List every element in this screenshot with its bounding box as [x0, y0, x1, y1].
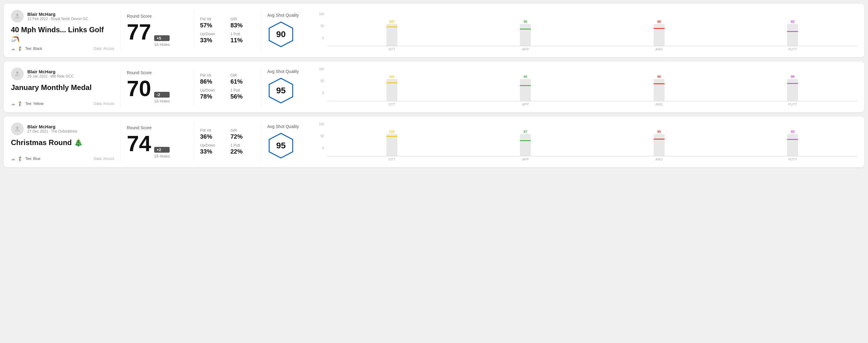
stat-updown: Up/Down 33% — [200, 143, 224, 155]
bar-line — [654, 28, 664, 29]
chart-labels: OTT APP ARG PUTT — [319, 102, 857, 106]
chart-axis-label: APP — [461, 157, 590, 161]
stat-oneputt: 1 Putt 56% — [230, 88, 255, 100]
svg-point-4 — [16, 126, 19, 129]
bar-fill — [386, 83, 397, 101]
round-card: Blair McHarg 27 Dec 2021 · The Oxfordshi… — [4, 117, 864, 167]
bar-value-arg: 98 — [657, 20, 661, 23]
bar-line — [654, 139, 664, 139]
stat-oneputt: 1 Putt 22% — [230, 143, 255, 155]
bar-fill — [654, 83, 664, 101]
bar-group-arg: 98 — [595, 20, 723, 46]
bar-group-app: 95 — [461, 20, 590, 46]
bottom-row: ☁ 🏌 Tee: Blue Data: Arccos — [11, 156, 114, 161]
bar-bg — [386, 79, 397, 101]
chart-axis-label: OTT — [328, 157, 456, 161]
bar-chart: 100 50 0 110 87 — [319, 123, 857, 161]
quality-label: Avg Shot Quality — [267, 13, 299, 18]
chart-section: 100 50 0 101 86 — [316, 67, 857, 106]
bar-value-putt: 82 — [791, 20, 795, 23]
y-axis: 100 50 0 — [319, 12, 325, 40]
bars-area: 100 50 0 110 87 — [319, 123, 857, 156]
divider-1 — [120, 10, 121, 51]
chart-axis-label: APP — [461, 48, 590, 51]
hexagon: 95 — [267, 77, 294, 104]
score-section: Round Score 74 +2 18 Holes — [127, 123, 188, 161]
user-meta: 29 Jan 2022 · Mill Ride GCC — [27, 74, 73, 79]
bar-value-arg: 96 — [657, 75, 661, 79]
stat-oneputt-label: 1 Putt — [230, 88, 255, 92]
tee-label: Tee: Yellow — [25, 101, 43, 106]
y-label-50: 50 — [321, 134, 324, 138]
score-badge: -2 — [154, 92, 169, 98]
stat-oneputt: 1 Putt 11% — [230, 32, 255, 44]
chart-baseline — [328, 156, 857, 156]
score-badge: +2 — [154, 147, 169, 153]
quality-section: Avg Shot Quality 95 — [267, 123, 316, 161]
stat-oneputt-value: 22% — [230, 148, 255, 155]
data-source: Data: Arccos — [94, 46, 114, 51]
bar-fill — [654, 139, 664, 156]
stat-fw-hit: FW Hit 86% — [200, 73, 224, 85]
hex-container: 90 — [267, 21, 294, 48]
bar-line — [386, 83, 397, 83]
tee-row: ☁ 🏌 Tee: Black — [11, 46, 42, 51]
bar-line — [520, 29, 531, 30]
score-section: Round Score 70 -2 18 Holes — [127, 67, 188, 106]
round-card: Blair McHarg 29 Jan 2022 · Mill Ride GCC… — [4, 61, 864, 112]
tee-row: ☁ 🏌 Tee: Yellow — [11, 101, 43, 106]
bar-fill — [520, 140, 531, 156]
stat-updown-value: 33% — [200, 148, 224, 155]
bar-line — [654, 83, 664, 84]
holes-label: 18 Holes — [154, 99, 169, 103]
bar-line — [787, 139, 798, 140]
quality-score: 90 — [276, 30, 285, 39]
score-row: 70 -2 18 Holes — [127, 77, 188, 103]
bar-group-arg: 95 — [595, 130, 723, 156]
round-title: 40 Mph Winds... Links Golf 🪃 — [11, 26, 114, 43]
bag-icon: 🏌 — [18, 46, 23, 51]
round-left-section: Blair McHarg 27 Dec 2021 · The Oxfordshi… — [11, 123, 114, 161]
stats-section: FW Hit 86% GIR 61% Up/Down 78% 1 Putt 56… — [200, 67, 255, 106]
data-source: Data: Arccos — [94, 157, 114, 161]
bar-group-arg: 96 — [595, 75, 723, 101]
user-name: Blair McHarg — [27, 124, 77, 129]
stat-oneputt-value: 56% — [230, 93, 255, 100]
bar-fill — [787, 83, 798, 101]
chart-section: 100 50 0 107 95 — [316, 10, 857, 51]
user-name: Blair McHarg — [27, 11, 88, 17]
bars-area: 100 50 0 107 95 — [319, 12, 857, 46]
stat-fw-hit: FW Hit 36% — [200, 128, 224, 140]
stat-oneputt-label: 1 Putt — [230, 32, 255, 36]
bar-line — [520, 85, 531, 86]
round-left-section: Blair McHarg 29 Jan 2022 · Mill Ride GCC… — [11, 67, 114, 106]
quality-score: 95 — [276, 86, 285, 95]
bar-group-putt: 93 — [728, 130, 857, 156]
weather-icon: ☁ — [11, 101, 15, 106]
stat-updown-value: 33% — [200, 37, 224, 44]
score-badge: +5 — [154, 35, 169, 41]
user-row: Blair McHarg 27 Dec 2021 · The Oxfordshi… — [11, 123, 114, 135]
y-label-0: 0 — [322, 147, 324, 150]
divider-1 — [120, 123, 121, 161]
bar-bg — [386, 24, 397, 46]
bar-line — [386, 136, 397, 137]
bar-bg — [654, 79, 664, 101]
bar-group-ott: 101 — [328, 75, 456, 101]
score-badge-wrap: +5 18 Holes — [154, 35, 169, 47]
y-label-0: 0 — [322, 92, 324, 95]
round-left-section: Blair McHarg 12 Feb 2022 · Royal North D… — [11, 10, 114, 51]
bar-group-app: 86 — [461, 75, 590, 101]
svg-point-0 — [16, 14, 19, 16]
stat-updown-label: Up/Down — [200, 32, 224, 36]
tee-row: ☁ 🏌 Tee: Blue — [11, 156, 40, 161]
user-info: Blair McHarg 29 Jan 2022 · Mill Ride GCC — [27, 69, 73, 79]
bar-bg — [654, 134, 664, 156]
hexagon: 95 — [267, 132, 294, 159]
bar-value-putt: 99 — [791, 75, 795, 79]
quality-label: Avg Shot Quality — [267, 69, 299, 74]
bottom-row: ☁ 🏌 Tee: Yellow Data: Arccos — [11, 101, 114, 106]
chart-baseline — [328, 101, 857, 101]
bar-bg — [787, 24, 798, 46]
stat-gir: GIR 61% — [230, 73, 255, 85]
